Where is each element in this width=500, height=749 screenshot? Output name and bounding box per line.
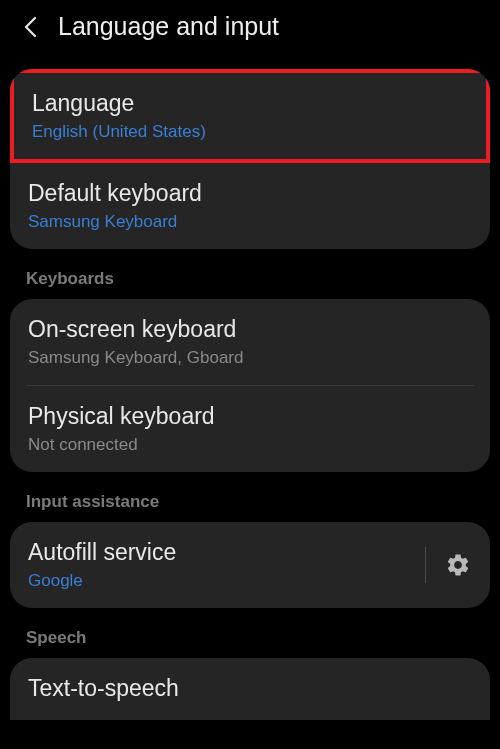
page-title: Language and input	[58, 12, 279, 41]
physical-keyboard-value: Not connected	[28, 434, 472, 456]
language-value: English (United States)	[32, 121, 468, 143]
language-row[interactable]: Language English (United States)	[10, 69, 490, 163]
speech-section-label: Speech	[0, 608, 500, 658]
language-title: Language	[32, 89, 468, 119]
tts-row[interactable]: Text-to-speech	[10, 658, 490, 720]
gear-icon[interactable]	[444, 551, 472, 579]
default-keyboard-title: Default keyboard	[28, 179, 472, 209]
physical-keyboard-row[interactable]: Physical keyboard Not connected	[10, 386, 490, 472]
default-keyboard-row[interactable]: Default keyboard Samsung Keyboard	[10, 163, 490, 249]
back-icon[interactable]	[18, 15, 42, 39]
tts-title: Text-to-speech	[28, 674, 472, 704]
general-card: Language English (United States) Default…	[10, 69, 490, 249]
vertical-separator	[425, 547, 426, 583]
keyboards-section-label: Keyboards	[0, 249, 500, 299]
header: Language and input	[0, 0, 500, 57]
autofill-row[interactable]: Autofill service Google	[10, 522, 490, 608]
onscreen-keyboard-title: On-screen keyboard	[28, 315, 472, 345]
default-keyboard-value: Samsung Keyboard	[28, 211, 472, 233]
speech-card: Text-to-speech	[10, 658, 490, 720]
onscreen-keyboard-value: Samsung Keyboard, Gboard	[28, 347, 472, 369]
autofill-value: Google	[28, 570, 176, 592]
autofill-gear-wrap	[425, 547, 472, 583]
autofill-title: Autofill service	[28, 538, 176, 568]
input-assistance-section-label: Input assistance	[0, 472, 500, 522]
keyboards-card: On-screen keyboard Samsung Keyboard, Gbo…	[10, 299, 490, 472]
physical-keyboard-title: Physical keyboard	[28, 402, 472, 432]
input-assistance-card: Autofill service Google	[10, 522, 490, 608]
autofill-text: Autofill service Google	[28, 538, 176, 592]
onscreen-keyboard-row[interactable]: On-screen keyboard Samsung Keyboard, Gbo…	[10, 299, 490, 385]
